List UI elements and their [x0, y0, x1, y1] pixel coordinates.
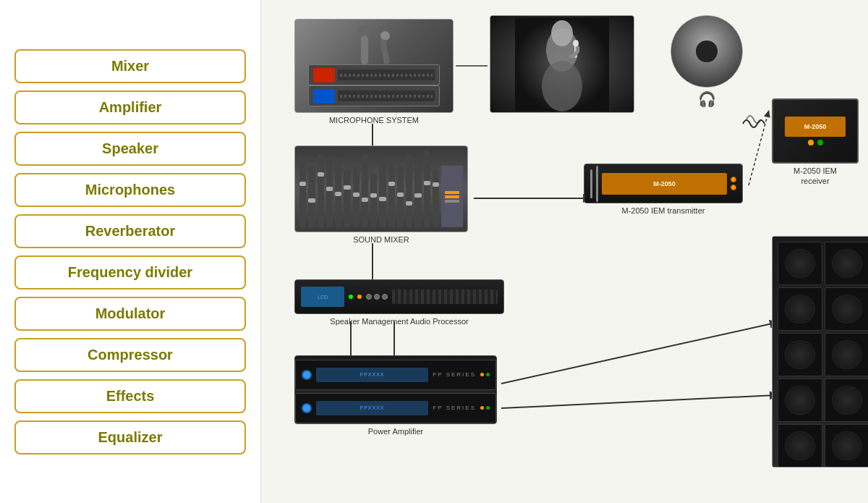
earpiece-center	[696, 41, 717, 62]
iem-transmitter-box: M-2050	[584, 164, 743, 203]
sidebar-btn-effects[interactable]: Effects	[14, 379, 246, 413]
power-amp-box: FPXXXX FP SERIES FPXXXX FP SERIES	[294, 355, 497, 424]
amp-label-1: FP SERIES	[433, 371, 476, 378]
signal-waves-svg	[739, 109, 768, 138]
power-amp: FPXXXX FP SERIES FPXXXX FP SERIES	[294, 355, 497, 436]
speaker-stacks	[772, 236, 868, 468]
diagram-inner: MICROPHONE SYSTEM	[273, 12, 856, 491]
concert-photo	[490, 15, 634, 113]
iem-receiver-title-label: M-2050 IEM receiver	[772, 166, 859, 187]
iem-receiver: M-2050 M-2050 IEM receiver	[772, 98, 859, 187]
sidebar-btn-compressor[interactable]: Compressor	[14, 338, 246, 372]
svg-point-12	[551, 20, 573, 46]
svg-line-5	[501, 323, 775, 384]
mic-system-label: MICROPHONE SYSTEM	[294, 115, 454, 125]
svg-point-11	[542, 61, 582, 111]
iem-receiver-box: M-2050	[772, 98, 859, 164]
iem-earpiece-box	[671, 15, 743, 88]
sidebar-btn-microphones[interactable]: Microphones	[14, 173, 246, 207]
iem-receiver-sub: receiver	[801, 177, 829, 185]
svg-point-14	[573, 40, 579, 47]
audio-processor: LCD Speaker Management Audio Processor	[294, 279, 504, 326]
concert-photo-box	[490, 15, 634, 113]
amp-handle-2	[302, 403, 312, 413]
sidebar: MixerAmplifierSpeakerMicrophonesReverber…	[0, 0, 260, 503]
iem-transmitter-label: M-2050 IEM transmitter	[584, 206, 743, 216]
sidebar-btn-modulator[interactable]: Modulator	[14, 297, 246, 331]
mic-system: MICROPHONE SYSTEM	[294, 19, 454, 125]
iem-transmitter: M-2050 M-2050 IEM transmitter	[584, 164, 743, 216]
sidebar-btn-equalizer[interactable]: Equalizer	[14, 420, 246, 455]
sound-mixer: SOUND MIXER	[294, 145, 468, 245]
proc-display-text: LCD	[318, 295, 328, 300]
diagram-area: MICROPHONE SYSTEM	[260, 0, 868, 503]
sound-mixer-box	[294, 145, 468, 232]
sidebar-btn-reverberator[interactable]: Reverberator	[14, 214, 246, 248]
amp-display-text-2: FPXXXX	[360, 405, 385, 410]
power-amp-label: Power Amplifier	[294, 426, 497, 436]
mic-system-box	[294, 19, 454, 113]
amp-label-2: FP SERIES	[433, 405, 476, 411]
sidebar-btn-speaker[interactable]: Speaker	[14, 132, 246, 166]
iem-receiver-title: M-2050 IEM	[793, 166, 837, 175]
amp-handle-1	[302, 370, 312, 380]
amp-display-text-1: FPXXXX	[360, 372, 385, 377]
speaker-stacks-box	[772, 236, 868, 468]
concert-figure-svg	[515, 17, 609, 111]
audio-processor-box: LCD	[294, 279, 504, 314]
sound-mixer-label: SOUND MIXER	[294, 234, 468, 245]
iem-earpiece: 🎧	[671, 15, 743, 108]
audio-processor-label: Speaker Management Audio Processor	[294, 316, 504, 326]
svg-line-6	[501, 395, 775, 408]
sidebar-btn-frequency-divider[interactable]: Frequency divider	[14, 255, 246, 289]
sidebar-btn-amplifier[interactable]: Amplifier	[14, 90, 246, 124]
sidebar-btn-mixer[interactable]: Mixer	[14, 49, 246, 83]
